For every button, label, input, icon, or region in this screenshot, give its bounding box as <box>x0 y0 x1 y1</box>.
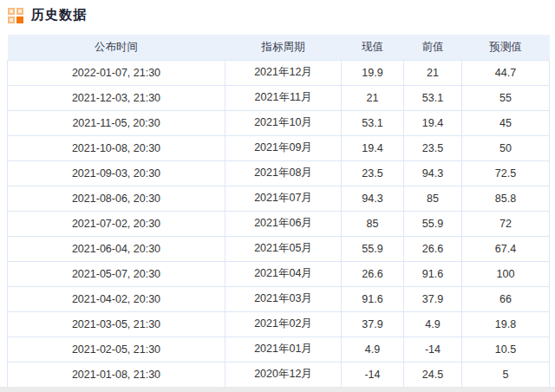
table-cell-previous: 37.9 <box>404 286 462 311</box>
column-header-2: 现值 <box>342 35 404 60</box>
table-cell-previous: 94.3 <box>404 160 462 186</box>
table-cell-time: 2021-02-05, 21:30 <box>8 336 225 362</box>
table-cell-time: 2021-11-05, 20:30 <box>8 110 225 135</box>
table-cell-time: 2021-05-07, 20:30 <box>8 261 225 286</box>
table-row: 2021-01-08, 21:302020年12月-1424.55 <box>8 362 550 387</box>
page-title: 历史数据 <box>31 7 87 23</box>
table-cell-current: 19.4 <box>342 135 404 160</box>
column-header-3: 前值 <box>404 35 462 60</box>
table-cell-period: 2021年05月 <box>225 236 342 261</box>
table-cell-current: 53.1 <box>342 110 404 135</box>
table-cell-time: 2021-10-08, 20:30 <box>8 135 225 160</box>
table-cell-current: 94.3 <box>342 186 404 211</box>
table-cell-forecast: 72 <box>462 211 550 236</box>
table-row: 2021-04-02, 20:302021年03月91.637.966 <box>8 286 550 311</box>
column-header-4: 预测值 <box>462 35 550 60</box>
table-cell-period: 2021年09月 <box>225 135 342 160</box>
table-cell-previous: 85 <box>404 186 462 211</box>
table-cell-previous: 24.5 <box>404 362 462 387</box>
table-cell-current: 26.6 <box>342 261 404 286</box>
table-cell-previous: 53.1 <box>404 85 462 110</box>
table-cell-forecast: 67.4 <box>462 236 550 261</box>
table-cell-period: 2021年02月 <box>225 311 342 336</box>
table-cell-current: 85 <box>342 211 404 236</box>
history-table-header: 公布时间指标周期现值前值预测值 <box>8 35 550 60</box>
table-cell-current: 91.6 <box>342 286 404 311</box>
grid-squares-icon <box>8 8 23 23</box>
table-row: 2021-08-06, 20:302021年07月94.38585.8 <box>8 186 550 211</box>
table-cell-forecast: 50 <box>462 135 550 160</box>
table-cell-period: 2021年08月 <box>225 160 342 186</box>
table-cell-time: 2021-04-02, 20:30 <box>8 286 225 311</box>
table-cell-period: 2021年10月 <box>225 110 342 135</box>
table-cell-period: 2021年01月 <box>225 336 342 362</box>
table-cell-forecast: 72.5 <box>462 160 550 186</box>
table-cell-current: 55.9 <box>342 236 404 261</box>
table-cell-previous: 23.5 <box>404 135 462 160</box>
table-cell-previous: 55.9 <box>404 211 462 236</box>
table-row: 2022-01-07, 21:302021年12月19.92144.7 <box>8 60 550 85</box>
section-header: 历史数据 <box>0 0 555 29</box>
bottom-divider <box>0 387 555 392</box>
table-cell-current: 21 <box>342 85 404 110</box>
table-cell-forecast: 66 <box>462 286 550 311</box>
table-cell-period: 2020年12月 <box>225 362 342 387</box>
table-cell-time: 2021-12-03, 21:30 <box>8 85 225 110</box>
column-header-1: 指标周期 <box>225 35 342 60</box>
table-cell-time: 2021-03-05, 21:30 <box>8 311 225 336</box>
history-table: 公布时间指标周期现值前值预测值 2022-01-07, 21:302021年12… <box>7 35 550 388</box>
table-cell-previous: 4.9 <box>404 311 462 336</box>
table-cell-forecast: 19.8 <box>462 311 550 336</box>
table-row: 2021-06-04, 20:302021年05月55.926.667.4 <box>8 236 550 261</box>
table-cell-period: 2021年06月 <box>225 211 342 236</box>
table-cell-time: 2021-01-08, 21:30 <box>8 362 225 387</box>
table-cell-time: 2021-08-06, 20:30 <box>8 186 225 211</box>
history-table-body: 2022-01-07, 21:302021年12月19.92144.72021-… <box>8 60 550 387</box>
table-cell-forecast: 10.5 <box>462 336 550 362</box>
table-cell-current: -14 <box>342 362 404 387</box>
table-row: 2021-05-07, 20:302021年04月26.691.6100 <box>8 261 550 286</box>
table-cell-time: 2021-06-04, 20:30 <box>8 236 225 261</box>
table-cell-period: 2021年12月 <box>225 60 342 85</box>
table-row: 2021-02-05, 21:302021年01月4.9-1410.5 <box>8 336 550 362</box>
table-cell-forecast: 55 <box>462 85 550 110</box>
table-cell-forecast: 5 <box>462 362 550 387</box>
table-cell-time: 2021-09-03, 20:30 <box>8 160 225 186</box>
table-row: 2021-07-02, 20:302021年06月8555.972 <box>8 211 550 236</box>
column-header-0: 公布时间 <box>8 35 225 60</box>
table-cell-current: 4.9 <box>342 336 404 362</box>
table-cell-current: 19.9 <box>342 60 404 85</box>
table-cell-previous: 26.6 <box>404 236 462 261</box>
table-cell-previous: 21 <box>404 60 462 85</box>
table-cell-forecast: 45 <box>462 110 550 135</box>
table-cell-previous: 91.6 <box>404 261 462 286</box>
table-cell-period: 2021年04月 <box>225 261 342 286</box>
table-cell-time: 2022-01-07, 21:30 <box>8 60 225 85</box>
table-cell-previous: 19.4 <box>404 110 462 135</box>
table-row: 2021-11-05, 20:302021年10月53.119.445 <box>8 110 550 135</box>
table-row: 2021-12-03, 21:302021年11月2153.155 <box>8 85 550 110</box>
table-cell-forecast: 100 <box>462 261 550 286</box>
table-row: 2021-03-05, 21:302021年02月37.94.919.8 <box>8 311 550 336</box>
table-cell-period: 2021年07月 <box>225 186 342 211</box>
table-row: 2021-10-08, 20:302021年09月19.423.550 <box>8 135 550 160</box>
table-cell-forecast: 44.7 <box>462 60 550 85</box>
table-cell-previous: -14 <box>404 336 462 362</box>
table-cell-time: 2021-07-02, 20:30 <box>8 211 225 236</box>
table-row: 2021-09-03, 20:302021年08月23.594.372.5 <box>8 160 550 186</box>
table-cell-period: 2021年11月 <box>225 85 342 110</box>
header-row: 公布时间指标周期现值前值预测值 <box>8 35 550 60</box>
table-cell-current: 37.9 <box>342 311 404 336</box>
table-cell-period: 2021年03月 <box>225 286 342 311</box>
table-cell-forecast: 85.8 <box>462 186 550 211</box>
table-cell-current: 23.5 <box>342 160 404 186</box>
